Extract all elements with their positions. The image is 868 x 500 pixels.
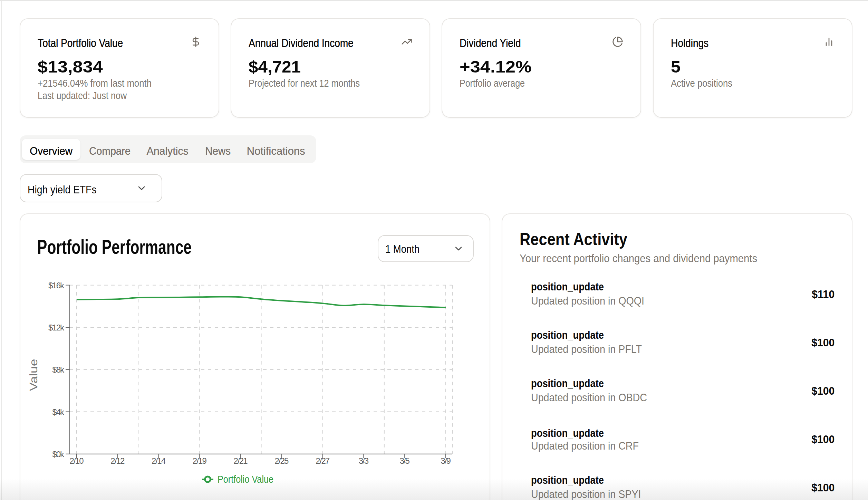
svg-text:2/25: 2/25 [274,456,289,465]
svg-text:$8k: $8k [52,365,65,374]
svg-text:2/12: 2/12 [110,456,125,465]
svg-text:3/5: 3/5 [399,456,410,465]
svg-text:2/21: 2/21 [234,456,248,465]
svg-text:$12k: $12k [48,323,65,332]
svg-text:2/19: 2/19 [193,456,207,465]
svg-text:$0k: $0k [52,450,65,459]
svg-text:2/10: 2/10 [70,456,84,465]
svg-text:2/14: 2/14 [152,456,166,465]
svg-text:Portfolio Value: Portfolio Value [218,473,273,485]
svg-text:$4k: $4k [52,407,65,417]
svg-text:2/27: 2/27 [316,456,330,465]
svg-text:3/9: 3/9 [441,456,451,465]
svg-text:$16k: $16k [48,281,65,290]
svg-text:3/3: 3/3 [359,456,369,465]
svg-text:Value: Value [27,359,40,391]
